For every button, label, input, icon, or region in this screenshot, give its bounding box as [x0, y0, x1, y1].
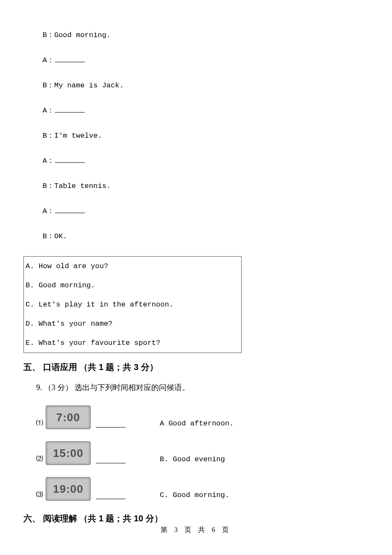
answer-options-box: A. How old are you? B. Good morning. C. … — [23, 256, 242, 353]
speaker-a: A： — [43, 56, 54, 64]
dialogue-line: B：Good morning. — [23, 30, 369, 40]
time-row-1: ⑴ 7:00 A Good afternoon. — [23, 405, 369, 429]
clock-icon: 19:00 — [46, 477, 91, 501]
row-index: ⑴ — [36, 419, 43, 429]
time-row-3: ⑶ 19:00 C. Good morning. — [23, 477, 369, 501]
question-9-stem: 9. （3 分） 选出与下列时间相对应的问候语。 — [23, 382, 369, 393]
option-e: E. What's your favourite sport? — [24, 333, 241, 353]
section-5-heading: 五、 口语应用 （共 1 题；共 3 分） — [23, 361, 369, 373]
fill-blank[interactable] — [96, 421, 126, 428]
dialogue-line-blank: A： — [23, 105, 369, 115]
option-b: B. Good morning. — [24, 276, 241, 295]
option-a: A. How old are you? — [24, 257, 241, 276]
option-d: D. What's your name? — [24, 314, 241, 333]
clock-time: 15:00 — [53, 447, 84, 460]
section-6-heading: 六、 阅读理解 （共 1 题；共 10 分） — [23, 513, 369, 524]
fill-blank[interactable] — [55, 156, 85, 163]
fill-blank[interactable] — [55, 207, 85, 213]
dialogue-line: B：Table tennis. — [23, 181, 369, 191]
speaker-a: A： — [43, 207, 54, 215]
page-footer: 第 3 页 共 6 页 — [0, 526, 392, 535]
clock-time: 19:00 — [53, 483, 84, 496]
choice-text: C. Good morning. — [160, 491, 229, 501]
speaker-a: A： — [43, 107, 54, 115]
speaker-a: A： — [43, 157, 54, 165]
choice-text: B. Good evening — [160, 455, 225, 465]
option-c: C. Let's play it in the afternoon. — [24, 295, 241, 314]
dialogue-line: B：My name is Jack. — [23, 80, 369, 90]
fill-blank[interactable] — [96, 493, 126, 499]
fill-blank[interactable] — [55, 106, 85, 113]
dialogue-line-blank: A： — [23, 55, 369, 65]
dialogue-line: B：OK. — [23, 231, 369, 241]
page-content: B：Good morning. A： B：My name is Jack. A：… — [0, 0, 392, 524]
fill-blank[interactable] — [55, 56, 85, 62]
dialogue-line: B：I'm twelve. — [23, 130, 369, 140]
dialogue-line-blank: A： — [23, 206, 369, 216]
clock-icon: 7:00 — [46, 405, 91, 429]
dialogue-line-blank: A： — [23, 156, 369, 165]
choice-text: A Good afternoon. — [160, 419, 233, 429]
clock-time: 7:00 — [56, 411, 80, 424]
row-index: ⑵ — [36, 454, 43, 465]
fill-blank[interactable] — [96, 457, 126, 463]
row-index: ⑶ — [36, 490, 43, 501]
clock-icon: 15:00 — [46, 441, 91, 465]
time-row-2: ⑵ 15:00 B. Good evening — [23, 441, 369, 465]
